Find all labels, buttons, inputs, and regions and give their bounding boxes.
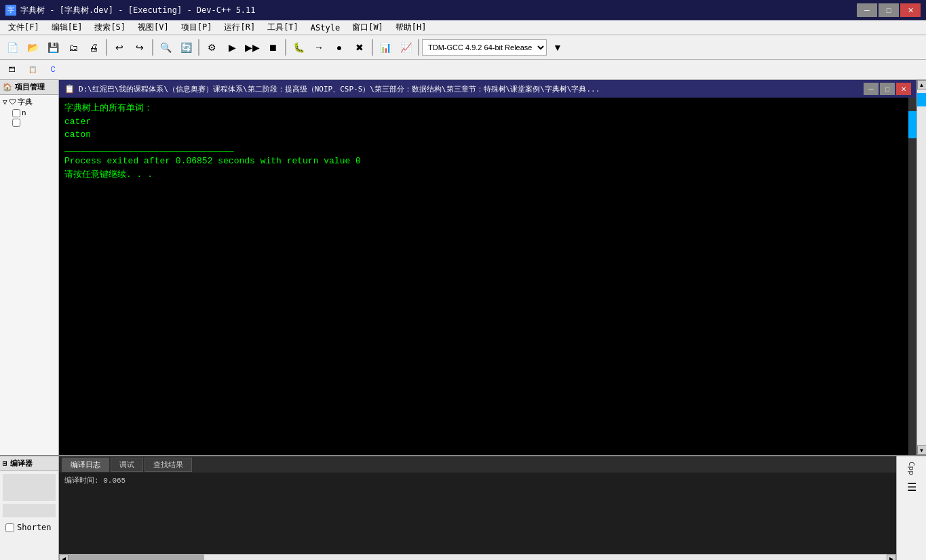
tb-breakpoint[interactable]: ● [330, 38, 349, 57]
console-line-7: 请按任意键继续. . . [64, 168, 911, 182]
bottom-panel: ⊞ 编译器 Shorten 编译日志 调试 查找结果 编译时间: 0.065 ◀ [0, 455, 926, 560]
menu-run[interactable]: 运行[R] [218, 20, 261, 35]
console-container: 📋 D:\红泥巴\我的课程体系\（信息奥赛）课程体系\第二阶段：提高级（NOIP… [59, 80, 917, 455]
app-icon: 字 [5, 5, 16, 16]
console-line-1: cater [64, 115, 911, 129]
tb2-open2[interactable]: 📋 [23, 60, 42, 79]
toolbar: 📄 📂 💾 🗂 🖨 ↩ ↪ 🔍 🔄 ⚙ ▶ ▶▶ ⏹ 🐛 → ● ✖ 📊 📈 T… [0, 35, 926, 60]
menu-astyle[interactable]: AStyle [305, 22, 345, 34]
menu-tools[interactable]: 工具[T] [262, 20, 304, 35]
tb-stopdbg[interactable]: ✖ [350, 38, 369, 57]
tab-find-results[interactable]: 查找结果 [144, 458, 192, 472]
console-close-btn[interactable]: ✕ [896, 83, 911, 95]
tree-folder-icon: 🛡 [9, 98, 16, 106]
menu-file[interactable]: 文件[F] [3, 20, 45, 35]
sep6 [418, 39, 419, 56]
tb-open[interactable]: 📂 [23, 38, 42, 57]
maximize-button[interactable]: □ [879, 3, 899, 17]
console-scrollbar-thumb[interactable] [908, 111, 917, 138]
tree-checkbox-2[interactable] [12, 119, 20, 127]
console-line-0: 字典树上的所有单词： [64, 102, 911, 115]
tb-run[interactable]: ▶ [223, 38, 242, 57]
tree-indent: n [11, 108, 57, 127]
vscroll-thumb[interactable] [917, 93, 927, 106]
title-bar-left: 字 字典树 - [字典树.dev] - [Executing] - Dev-C+… [5, 5, 256, 16]
compiler-panel-header: ⊞ 编译器 [0, 456, 58, 471]
tb-new[interactable]: 📄 [3, 38, 22, 57]
shorten-label: Shorten [17, 523, 52, 532]
tree-item-1[interactable]: n [11, 108, 57, 118]
close-button[interactable]: ✕ [900, 3, 921, 17]
shorten-checkbox-container: Shorten [3, 520, 56, 535]
console-line-6: Process exited after 0.06852 seconds wit… [64, 155, 911, 168]
tb-stop[interactable]: ⏹ [263, 38, 282, 57]
tb-save[interactable]: 💾 [43, 38, 62, 57]
bottom-tab-bar: 编译日志 调试 查找结果 [59, 456, 896, 473]
menu-edit[interactable]: 编辑[E] [46, 20, 88, 35]
tb-profile[interactable]: 📈 [396, 38, 415, 57]
tb-stepover[interactable]: → [309, 38, 328, 57]
console-title-text: D:\红泥巴\我的课程体系\（信息奥赛）课程体系\第二阶段：提高级（NOIP、C… [79, 84, 600, 94]
compile-content-line: 编译时间: 0.065 [64, 475, 891, 485]
tree-checkbox-1[interactable] [12, 109, 20, 117]
menu-window[interactable]: 窗口[W] [347, 20, 389, 35]
bottom-content: 编译时间: 0.065 [59, 473, 896, 554]
tb-debug[interactable]: 🐛 [289, 38, 308, 57]
tb-replace[interactable]: 🔄 [176, 38, 195, 57]
tb2-new[interactable]: 🗔 [3, 60, 22, 79]
tree-root-label: 字典 [18, 97, 33, 107]
console-line-2: caton [64, 128, 911, 142]
tab-compile-log[interactable]: 编译日志 [62, 458, 109, 472]
tb-compilerun[interactable]: ▶▶ [243, 38, 262, 57]
sep1 [106, 39, 107, 56]
tree-item-2[interactable] [11, 118, 57, 127]
compile-list-placeholder2 [3, 504, 56, 517]
tree-collapse-icon: ▽ [3, 98, 7, 106]
sep4 [285, 39, 286, 56]
tb-chart[interactable]: 📊 [376, 38, 395, 57]
bottom-hscroll: ◀ ▶ [59, 554, 896, 560]
menu-view[interactable]: 视图[V] [132, 20, 174, 35]
console-line-4: ________________________________ [64, 142, 911, 155]
minimize-button[interactable]: ─ [857, 3, 877, 17]
outer-vscrollbar: ▲ ▼ [917, 80, 926, 455]
hscroll-left-btn[interactable]: ◀ [59, 555, 69, 561]
title-bar: 字 字典树 - [字典树.dev] - [Executing] - Dev-C+… [0, 0, 926, 20]
bottom-left-panel: ⊞ 编译器 Shorten [0, 456, 59, 560]
compiler-select[interactable]: TDM-GCC 4.9.2 64-bit ReleaseTDM-GCC 4.9.… [422, 39, 547, 56]
tb-undo[interactable]: ↩ [110, 38, 129, 57]
vscroll-down-btn[interactable]: ▼ [917, 445, 927, 455]
hscroll-thumb[interactable] [69, 555, 204, 561]
tree-item-root[interactable]: ▽ 🛡 字典 [1, 96, 57, 108]
menu-help[interactable]: 帮助[H] [390, 20, 432, 35]
tree-item-1-label: n [22, 108, 26, 117]
cpp-label: Cpp [904, 459, 919, 478]
hscroll-right-btn[interactable]: ▶ [887, 555, 896, 561]
console-minimize-btn[interactable]: ─ [864, 83, 879, 95]
console-window: 📋 D:\红泥巴\我的课程体系\（信息奥赛）课程体系\第二阶段：提高级（NOIP… [59, 80, 917, 455]
tab-debug[interactable]: 调试 [111, 458, 143, 472]
tb-saveall[interactable]: 🗂 [64, 38, 83, 57]
menu-search[interactable]: 搜索[S] [89, 20, 131, 35]
shorten-checkbox[interactable] [5, 523, 14, 532]
menu-bar: 文件[F] 编辑[E] 搜索[S] 视图[V] 项目[P] 运行[R] 工具[T… [0, 20, 926, 35]
vscroll-track [917, 89, 927, 445]
tb2-icon3[interactable]: C [43, 60, 62, 79]
tb-print[interactable]: 🖨 [84, 38, 103, 57]
tb-redo[interactable]: ↪ [130, 38, 149, 57]
project-panel-header: 🏠 项目管理 [0, 80, 58, 95]
tb-find[interactable]: 🔍 [156, 38, 175, 57]
sep3 [198, 39, 199, 56]
project-tree: ▽ 🛡 字典 n [0, 95, 58, 455]
tb-compile[interactable]: ⚙ [202, 38, 221, 57]
menu-project[interactable]: 项目[P] [176, 20, 218, 35]
tb-compiler-dropdown[interactable]: ▼ [548, 38, 567, 57]
console-maximize-btn[interactable]: □ [880, 83, 895, 95]
sep2 [152, 39, 153, 56]
bottom-main: 编译日志 调试 查找结果 编译时间: 0.065 ◀ ▶ [59, 456, 896, 560]
vscroll-up-btn[interactable]: ▲ [917, 80, 927, 89]
hamburger-icon: ☰ [907, 481, 917, 494]
compiler-icon: ⊞ [3, 459, 7, 468]
console-title: 📋 D:\红泥巴\我的课程体系\（信息奥赛）课程体系\第二阶段：提高级（NOIP… [64, 84, 600, 94]
left-panel: 🏠 项目管理 ▽ 🛡 字典 n [0, 80, 59, 455]
